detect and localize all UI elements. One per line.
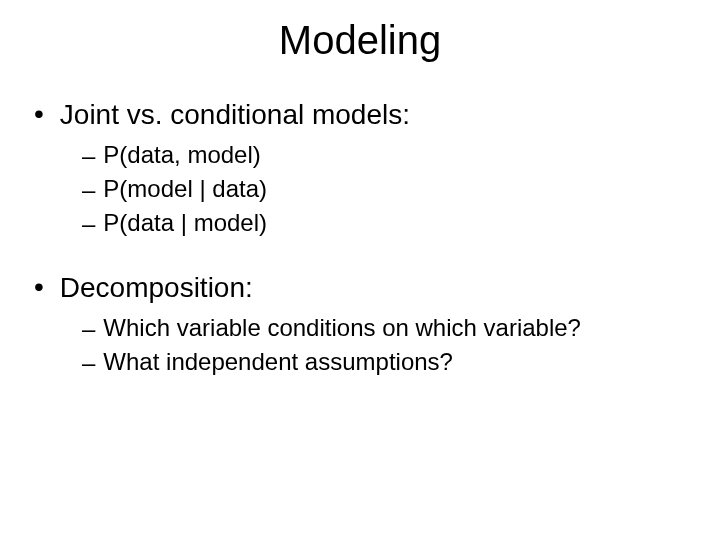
bullet-text: Decomposition: [60,270,253,305]
sub-bullet-text: P(data | model) [103,208,267,238]
sub-bullet-text: P(model | data) [103,174,267,204]
sub-bullet-item: P(data | model) [82,208,686,239]
sub-bullet-list: P(data, model) P(model | data) P(data | … [34,140,686,240]
bullet-list: Joint vs. conditional models: [34,97,686,132]
sub-bullet-item: Which variable conditions on which varia… [82,313,686,344]
bullet-list: Decomposition: [34,270,686,305]
bullet-item: Decomposition: [34,270,686,305]
sub-bullet-text: Which variable conditions on which varia… [103,313,581,343]
bullet-item: Joint vs. conditional models: [34,97,686,132]
sub-bullet-text: P(data, model) [103,140,260,170]
sub-bullet-list: Which variable conditions on which varia… [34,313,686,378]
sub-bullet-text: What independent assumptions? [103,347,453,377]
sub-bullet-item: What independent assumptions? [82,347,686,378]
sub-bullet-item: P(data, model) [82,140,686,171]
sub-bullet-item: P(model | data) [82,174,686,205]
slide-title: Modeling [34,18,686,63]
slide: Modeling Joint vs. conditional models: P… [0,0,720,540]
bullet-text: Joint vs. conditional models: [60,97,410,132]
